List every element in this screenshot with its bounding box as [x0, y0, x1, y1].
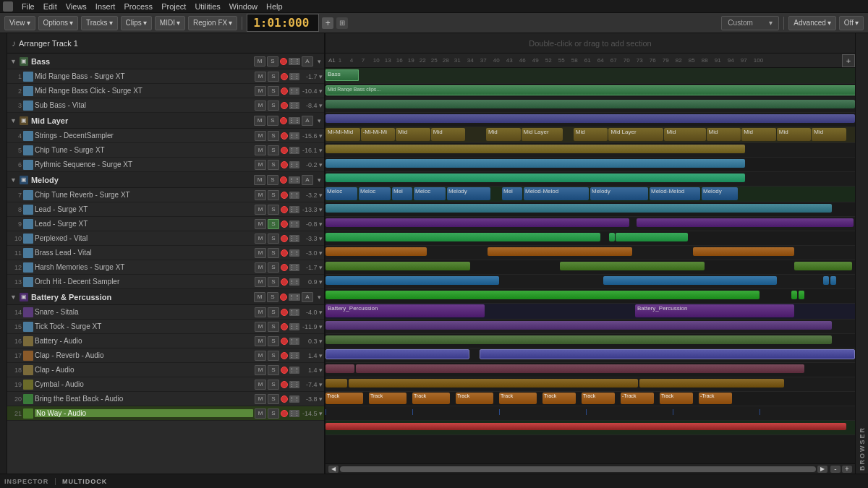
clap-reverb-clip[interactable] [326, 364, 354, 373]
sub-bass-clip[interactable] [326, 114, 855, 123]
t12-solo[interactable]: S [268, 262, 279, 273]
t13-mute[interactable]: M [255, 277, 266, 287]
advanced-button[interactable]: Advanced ▾ [788, 16, 835, 30]
track-row-21[interactable]: 21 No Way - Audio M S ⋮⋮ -14.5 ▾ [7, 406, 324, 421]
t1-solo[interactable]: S [268, 72, 279, 82]
battery-audio-clip-2[interactable] [480, 349, 855, 359]
harsh-clip-2[interactable] [603, 276, 777, 285]
cymbal-clip[interactable]: Track [660, 393, 693, 404]
battery-mute-btn[interactable]: M [254, 292, 265, 302]
mid-clip[interactable]: Mid Layer [608, 128, 663, 141]
t19-rec[interactable] [281, 381, 288, 388]
orch-clip[interactable] [326, 291, 760, 299]
add-marker-btn[interactable]: + [842, 54, 855, 67]
t21-solo[interactable]: S [268, 408, 279, 419]
multidock-label[interactable]: MULTIDOCK [62, 478, 107, 485]
melody-clip[interactable]: Melody [590, 187, 648, 200]
melody-clip[interactable]: Melod-Melod [650, 187, 700, 200]
group-midlayer[interactable]: ▼ ▣ Mid Layer M S ⋮⋮ A ▾ [7, 113, 324, 129]
melody-clip[interactable]: Mel [392, 187, 412, 200]
t1-rec[interactable] [281, 73, 288, 80]
mid-mute-btn[interactable]: M [254, 116, 265, 126]
t9-rec[interactable] [281, 221, 288, 228]
t4-mute[interactable]: M [255, 131, 266, 141]
h-scroll-thumb[interactable] [340, 466, 816, 472]
t20-solo[interactable]: S [268, 394, 279, 404]
menu-insert[interactable]: Insert [95, 2, 116, 11]
track-row-12[interactable]: 12 Harsh Memories - Surge XT M S ⋮⋮ -1.7… [7, 260, 324, 275]
melody-clip[interactable]: Melod-Melod [524, 187, 589, 200]
track-row-3[interactable]: 3 Sub Bass - Vital M S ⋮⋮ -8.4 ▾ [7, 98, 324, 113]
battery-perc-clip-2[interactable]: Battery_Percussion [635, 304, 794, 317]
t20-mute[interactable]: M [255, 394, 266, 404]
cymbal-clip[interactable]: Track [499, 393, 537, 404]
mid-clip[interactable]: Mi-Mi-Mid [326, 128, 360, 141]
t10-rec[interactable] [281, 235, 288, 242]
inspector-label[interactable]: INSPECTOR [4, 478, 48, 485]
t13-solo[interactable]: S [268, 277, 279, 287]
melody-mute-btn[interactable]: M [254, 175, 265, 185]
t4-solo[interactable]: S [268, 131, 279, 141]
fold-button[interactable]: ⊞ [336, 17, 348, 29]
clap-clip[interactable] [326, 379, 347, 388]
mid-clip[interactable]: Mid [741, 128, 776, 141]
track-row-15[interactable]: 15 Tick Tock - Surge XT M S ⋮⋮ -11.9 ▾ [7, 320, 324, 334]
menu-process[interactable]: Process [124, 2, 153, 11]
menu-utilities[interactable]: Utilities [195, 2, 220, 11]
h-scrollbar[interactable]: ◀ ▶ - + [326, 463, 855, 474]
tick-tock-clip[interactable] [326, 335, 832, 344]
t1-mute[interactable]: M [255, 72, 266, 82]
orch-clip-3[interactable] [799, 291, 804, 299]
t11-mute[interactable]: M [255, 248, 266, 258]
perplexed-clip-2[interactable] [488, 247, 632, 256]
track-row-17[interactable]: 17 Clap - Reverb - Audio M S ⋮⋮ 1.4 ▾ [7, 348, 324, 363]
t3-solo[interactable]: S [268, 100, 279, 111]
track-row-8[interactable]: 8 Lead - Surge XT M S ⋮⋮ -13.3 ▾ [7, 202, 324, 217]
chiptune-reverb-clip[interactable] [326, 204, 832, 213]
options-button[interactable]: Options ▾ [38, 16, 78, 30]
track-row-19[interactable]: 19 Cymbal - Audio M S ⋮⋮ -7.4 ▾ [7, 377, 324, 392]
bass-mute-btn[interactable]: M [254, 56, 265, 67]
clap-reverb-clip-2[interactable] [356, 364, 804, 373]
t8-solo[interactable]: S [268, 205, 279, 215]
bass-rec-btn[interactable] [280, 58, 287, 65]
t17-rec[interactable] [281, 352, 288, 359]
t7-mute[interactable]: M [255, 190, 266, 200]
view-button[interactable]: View ▾ [4, 16, 35, 30]
t15-rec[interactable] [281, 323, 288, 330]
group-bass[interactable]: ▼ ▣ Bass M S ⋮⋮ A ▾ [7, 53, 324, 69]
mid-clip[interactable]: Mid Layer [522, 128, 563, 141]
harsh-clip-3[interactable] [823, 276, 829, 285]
t14-mute[interactable]: M [255, 307, 266, 317]
t5-mute[interactable]: M [255, 145, 266, 155]
clap-clip-2[interactable] [349, 379, 638, 388]
cymbal-clip[interactable]: Track [456, 393, 493, 404]
track-row-10[interactable]: 10 Perplexed - Vital M S ⋮⋮ -3.3 ▾ [7, 231, 324, 246]
t15-mute[interactable]: M [255, 322, 266, 332]
group-battery[interactable]: ▼ ▣ Battery & Percussion M S ⋮⋮ A ▾ [7, 289, 324, 305]
zoom-in-btn[interactable]: + [842, 466, 852, 473]
bass-midi-btn[interactable]: ⋮⋮ [289, 58, 300, 65]
t2-rec[interactable] [281, 87, 288, 95]
rythmic-clip[interactable] [326, 174, 745, 182]
t17-solo[interactable]: S [268, 351, 279, 361]
scroll-left-btn[interactable]: ◀ [328, 466, 339, 473]
mid-clip[interactable]: Mid [707, 128, 741, 141]
t11-solo[interactable]: S [268, 248, 279, 258]
t18-solo[interactable]: S [268, 365, 279, 375]
mid-clip[interactable]: Mid [812, 128, 846, 141]
mid-rec-btn[interactable] [280, 117, 287, 124]
battery-solo-btn[interactable]: S [267, 292, 278, 302]
lead-clip-9b[interactable] [609, 233, 615, 241]
battery-audio-clip[interactable] [326, 349, 469, 359]
t14-solo[interactable]: S [268, 307, 279, 317]
brass-clip-2[interactable] [560, 262, 705, 270]
mid-solo-btn[interactable]: S [267, 116, 278, 126]
cymbal-clip[interactable]: Track [369, 393, 407, 404]
t13-rec[interactable] [281, 278, 288, 286]
menu-project[interactable]: Project [161, 2, 186, 11]
t9-solo[interactable]: S [268, 219, 279, 229]
t15-solo[interactable]: S [268, 322, 279, 332]
clap-clip-3[interactable] [639, 379, 784, 388]
zoom-out-btn[interactable]: - [830, 466, 841, 473]
